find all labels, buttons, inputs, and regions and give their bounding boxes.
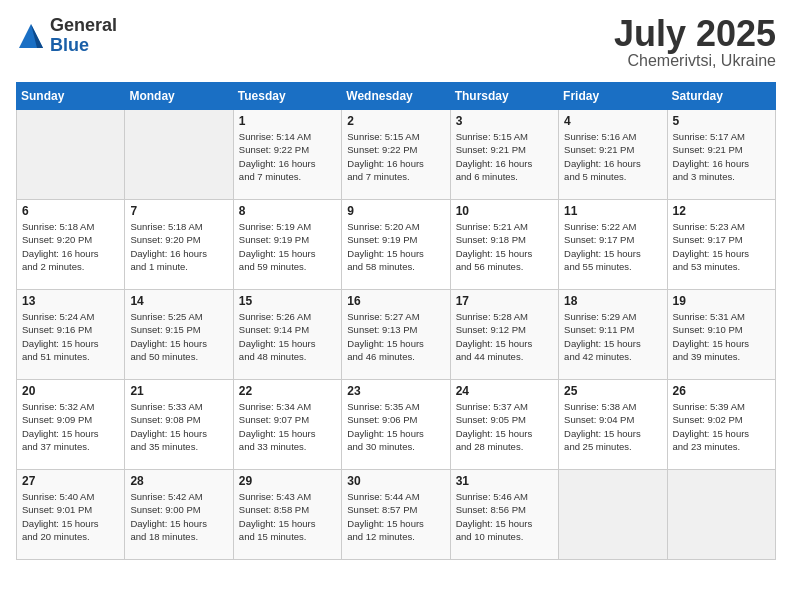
day-info: Sunrise: 5:28 AM Sunset: 9:12 PM Dayligh… xyxy=(456,310,553,363)
day-number: 7 xyxy=(130,204,227,218)
calendar-cell: 10Sunrise: 5:21 AM Sunset: 9:18 PM Dayli… xyxy=(450,200,558,290)
calendar-cell xyxy=(559,470,667,560)
day-number: 23 xyxy=(347,384,444,398)
day-info: Sunrise: 5:18 AM Sunset: 9:20 PM Dayligh… xyxy=(130,220,227,273)
calendar-cell: 30Sunrise: 5:44 AM Sunset: 8:57 PM Dayli… xyxy=(342,470,450,560)
calendar-cell: 8Sunrise: 5:19 AM Sunset: 9:19 PM Daylig… xyxy=(233,200,341,290)
day-number: 20 xyxy=(22,384,119,398)
location-subtitle: Chemerivtsi, Ukraine xyxy=(614,52,776,70)
calendar-cell: 18Sunrise: 5:29 AM Sunset: 9:11 PM Dayli… xyxy=(559,290,667,380)
day-number: 5 xyxy=(673,114,770,128)
day-number: 17 xyxy=(456,294,553,308)
day-info: Sunrise: 5:24 AM Sunset: 9:16 PM Dayligh… xyxy=(22,310,119,363)
day-number: 21 xyxy=(130,384,227,398)
day-number: 16 xyxy=(347,294,444,308)
calendar-cell: 5Sunrise: 5:17 AM Sunset: 9:21 PM Daylig… xyxy=(667,110,775,200)
day-number: 11 xyxy=(564,204,661,218)
weekday-header-thursday: Thursday xyxy=(450,83,558,110)
calendar-week-4: 20Sunrise: 5:32 AM Sunset: 9:09 PM Dayli… xyxy=(17,380,776,470)
calendar-cell: 23Sunrise: 5:35 AM Sunset: 9:06 PM Dayli… xyxy=(342,380,450,470)
calendar-week-1: 1Sunrise: 5:14 AM Sunset: 9:22 PM Daylig… xyxy=(17,110,776,200)
day-info: Sunrise: 5:29 AM Sunset: 9:11 PM Dayligh… xyxy=(564,310,661,363)
calendar-header: SundayMondayTuesdayWednesdayThursdayFrid… xyxy=(17,83,776,110)
calendar-cell: 16Sunrise: 5:27 AM Sunset: 9:13 PM Dayli… xyxy=(342,290,450,380)
day-number: 24 xyxy=(456,384,553,398)
day-info: Sunrise: 5:27 AM Sunset: 9:13 PM Dayligh… xyxy=(347,310,444,363)
day-info: Sunrise: 5:25 AM Sunset: 9:15 PM Dayligh… xyxy=(130,310,227,363)
day-number: 30 xyxy=(347,474,444,488)
day-info: Sunrise: 5:44 AM Sunset: 8:57 PM Dayligh… xyxy=(347,490,444,543)
day-number: 31 xyxy=(456,474,553,488)
calendar-cell: 14Sunrise: 5:25 AM Sunset: 9:15 PM Dayli… xyxy=(125,290,233,380)
calendar-week-5: 27Sunrise: 5:40 AM Sunset: 9:01 PM Dayli… xyxy=(17,470,776,560)
calendar-cell: 24Sunrise: 5:37 AM Sunset: 9:05 PM Dayli… xyxy=(450,380,558,470)
day-number: 3 xyxy=(456,114,553,128)
day-info: Sunrise: 5:39 AM Sunset: 9:02 PM Dayligh… xyxy=(673,400,770,453)
calendar-cell: 12Sunrise: 5:23 AM Sunset: 9:17 PM Dayli… xyxy=(667,200,775,290)
day-info: Sunrise: 5:15 AM Sunset: 9:21 PM Dayligh… xyxy=(456,130,553,183)
logo: General Blue xyxy=(16,16,117,56)
day-info: Sunrise: 5:14 AM Sunset: 9:22 PM Dayligh… xyxy=(239,130,336,183)
day-number: 13 xyxy=(22,294,119,308)
calendar-cell: 4Sunrise: 5:16 AM Sunset: 9:21 PM Daylig… xyxy=(559,110,667,200)
calendar-cell: 3Sunrise: 5:15 AM Sunset: 9:21 PM Daylig… xyxy=(450,110,558,200)
day-number: 14 xyxy=(130,294,227,308)
day-number: 26 xyxy=(673,384,770,398)
day-number: 8 xyxy=(239,204,336,218)
page-header: General Blue July 2025 Chemerivtsi, Ukra… xyxy=(16,16,776,70)
weekday-header-wednesday: Wednesday xyxy=(342,83,450,110)
calendar-cell: 7Sunrise: 5:18 AM Sunset: 9:20 PM Daylig… xyxy=(125,200,233,290)
weekday-header-saturday: Saturday xyxy=(667,83,775,110)
day-number: 6 xyxy=(22,204,119,218)
day-info: Sunrise: 5:15 AM Sunset: 9:22 PM Dayligh… xyxy=(347,130,444,183)
day-info: Sunrise: 5:35 AM Sunset: 9:06 PM Dayligh… xyxy=(347,400,444,453)
day-info: Sunrise: 5:43 AM Sunset: 8:58 PM Dayligh… xyxy=(239,490,336,543)
weekday-header-sunday: Sunday xyxy=(17,83,125,110)
day-number: 2 xyxy=(347,114,444,128)
calendar-table: SundayMondayTuesdayWednesdayThursdayFrid… xyxy=(16,82,776,560)
day-number: 22 xyxy=(239,384,336,398)
title-block: July 2025 Chemerivtsi, Ukraine xyxy=(614,16,776,70)
weekday-header-tuesday: Tuesday xyxy=(233,83,341,110)
calendar-body: 1Sunrise: 5:14 AM Sunset: 9:22 PM Daylig… xyxy=(17,110,776,560)
calendar-cell: 9Sunrise: 5:20 AM Sunset: 9:19 PM Daylig… xyxy=(342,200,450,290)
day-number: 4 xyxy=(564,114,661,128)
calendar-cell xyxy=(667,470,775,560)
calendar-cell: 19Sunrise: 5:31 AM Sunset: 9:10 PM Dayli… xyxy=(667,290,775,380)
day-info: Sunrise: 5:32 AM Sunset: 9:09 PM Dayligh… xyxy=(22,400,119,453)
calendar-cell xyxy=(17,110,125,200)
day-info: Sunrise: 5:23 AM Sunset: 9:17 PM Dayligh… xyxy=(673,220,770,273)
day-number: 19 xyxy=(673,294,770,308)
day-number: 9 xyxy=(347,204,444,218)
day-info: Sunrise: 5:16 AM Sunset: 9:21 PM Dayligh… xyxy=(564,130,661,183)
calendar-cell: 15Sunrise: 5:26 AM Sunset: 9:14 PM Dayli… xyxy=(233,290,341,380)
day-number: 18 xyxy=(564,294,661,308)
logo-text: General Blue xyxy=(50,16,117,56)
day-info: Sunrise: 5:26 AM Sunset: 9:14 PM Dayligh… xyxy=(239,310,336,363)
calendar-cell: 17Sunrise: 5:28 AM Sunset: 9:12 PM Dayli… xyxy=(450,290,558,380)
weekday-header-friday: Friday xyxy=(559,83,667,110)
day-number: 1 xyxy=(239,114,336,128)
calendar-cell: 13Sunrise: 5:24 AM Sunset: 9:16 PM Dayli… xyxy=(17,290,125,380)
day-info: Sunrise: 5:40 AM Sunset: 9:01 PM Dayligh… xyxy=(22,490,119,543)
day-info: Sunrise: 5:18 AM Sunset: 9:20 PM Dayligh… xyxy=(22,220,119,273)
calendar-cell: 20Sunrise: 5:32 AM Sunset: 9:09 PM Dayli… xyxy=(17,380,125,470)
day-info: Sunrise: 5:33 AM Sunset: 9:08 PM Dayligh… xyxy=(130,400,227,453)
day-info: Sunrise: 5:38 AM Sunset: 9:04 PM Dayligh… xyxy=(564,400,661,453)
calendar-cell: 25Sunrise: 5:38 AM Sunset: 9:04 PM Dayli… xyxy=(559,380,667,470)
calendar-cell: 2Sunrise: 5:15 AM Sunset: 9:22 PM Daylig… xyxy=(342,110,450,200)
day-number: 12 xyxy=(673,204,770,218)
day-info: Sunrise: 5:17 AM Sunset: 9:21 PM Dayligh… xyxy=(673,130,770,183)
day-number: 29 xyxy=(239,474,336,488)
day-info: Sunrise: 5:42 AM Sunset: 9:00 PM Dayligh… xyxy=(130,490,227,543)
calendar-week-3: 13Sunrise: 5:24 AM Sunset: 9:16 PM Dayli… xyxy=(17,290,776,380)
day-info: Sunrise: 5:37 AM Sunset: 9:05 PM Dayligh… xyxy=(456,400,553,453)
day-info: Sunrise: 5:31 AM Sunset: 9:10 PM Dayligh… xyxy=(673,310,770,363)
calendar-cell: 11Sunrise: 5:22 AM Sunset: 9:17 PM Dayli… xyxy=(559,200,667,290)
logo-blue-text: Blue xyxy=(50,36,117,56)
day-info: Sunrise: 5:34 AM Sunset: 9:07 PM Dayligh… xyxy=(239,400,336,453)
day-number: 28 xyxy=(130,474,227,488)
month-title: July 2025 xyxy=(614,16,776,52)
day-number: 10 xyxy=(456,204,553,218)
day-info: Sunrise: 5:19 AM Sunset: 9:19 PM Dayligh… xyxy=(239,220,336,273)
